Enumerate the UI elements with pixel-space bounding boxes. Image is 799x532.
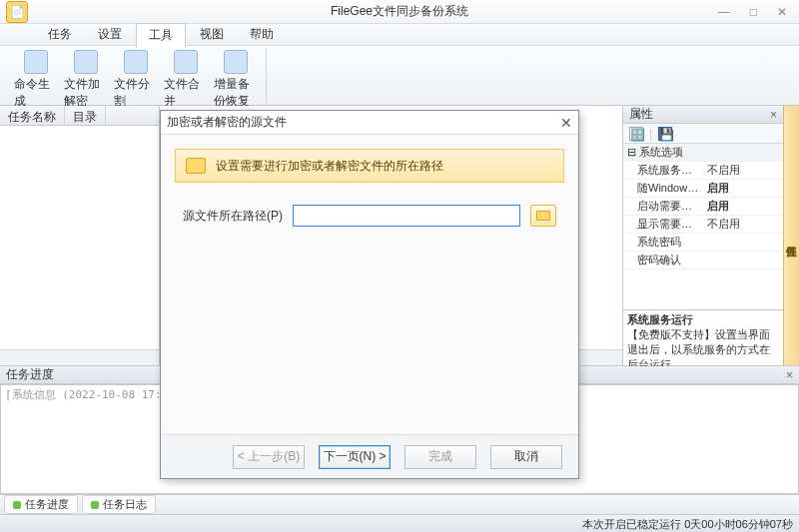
encrypt-icon — [74, 50, 98, 74]
merge-icon — [174, 50, 198, 74]
tab-task-log[interactable]: 任务日志 — [82, 495, 156, 514]
dot-icon — [13, 501, 21, 509]
task-list-body[interactable] — [0, 126, 159, 349]
app-icon: 📄 — [6, 1, 28, 23]
menu-bar: 任务 设置 工具 视图 帮助 — [0, 24, 799, 46]
ribbon: 命令生成 文件加解密 文件分割 文件合并 增量备份恢复 工具 — [0, 46, 799, 106]
menu-tools[interactable]: 工具 — [136, 23, 186, 48]
cmd-generate-button[interactable]: 命令生成 — [12, 48, 60, 112]
split-icon — [124, 50, 148, 74]
dot-icon — [91, 501, 99, 509]
finish-button[interactable]: 完成 — [404, 445, 476, 469]
property-grid[interactable]: ⊟ 系统选项 系统服务运行不启用 随Windows...启用 启动需要密码启用 … — [623, 144, 783, 309]
tab-task-progress[interactable]: 任务进度 — [4, 495, 78, 514]
app-title: FileGee文件同步备份系统 — [331, 3, 468, 20]
dialog-body: 源文件所在路径(P) — [161, 193, 578, 434]
uptime-text: 本次开启已稳定运行 0天00小时06分钟07秒 — [582, 517, 793, 532]
file-split-button[interactable]: 文件分割 — [112, 48, 160, 112]
title-bar: 📄 FileGee文件同步备份系统 — □ ✕ — [0, 0, 799, 24]
ribbon-group-tools: 命令生成 文件加解密 文件分割 文件合并 增量备份恢复 工具 — [6, 48, 267, 105]
browse-button[interactable] — [530, 205, 556, 227]
dialog-titlebar: 加密或者解密的源文件 ✕ — [161, 111, 578, 135]
properties-toolbar: 🔠 | 💾 — [623, 124, 783, 144]
properties-header: 属性 × — [623, 106, 783, 124]
banner-text: 设置需要进行加密或者解密文件的所在路径 — [216, 158, 443, 175]
folder-open-icon — [536, 211, 550, 221]
back-button[interactable]: < 上一步(B) — [233, 445, 305, 469]
col-source-dir[interactable]: 目录 — [65, 106, 106, 125]
status-tabs: 任务进度 任务日志 — [0, 494, 799, 514]
menu-help[interactable]: 帮助 — [238, 23, 286, 46]
folder-icon — [186, 158, 206, 174]
source-path-input[interactable] — [293, 205, 520, 227]
col-task-name[interactable]: 任务名称 — [0, 106, 65, 125]
cancel-button[interactable]: 取消 — [490, 445, 562, 469]
properties-close-icon[interactable]: × — [770, 108, 777, 122]
status-bar: 本次开启已稳定运行 0天00小时06分钟07秒 — [0, 514, 799, 532]
dialog-banner: 设置需要进行加密或者解密文件的所在路径 — [175, 149, 564, 183]
dialog-title: 加密或者解密的源文件 — [167, 114, 287, 131]
property-description: 系统服务运行 【免费版不支持】设置当界面退出后，以系统服务的方式在后台运行 — [623, 309, 783, 365]
incr-restore-button[interactable]: 增量备份恢复 — [212, 48, 260, 112]
hscrollbar[interactable] — [0, 349, 159, 365]
task-list-pane: 任务名称 目录 — [0, 106, 160, 365]
save-icon[interactable]: 💾 — [658, 127, 672, 141]
side-tab-task-props[interactable]: 任务属性 — [783, 106, 799, 365]
task-progress-close-icon[interactable]: × — [786, 368, 793, 382]
cmd-icon — [24, 50, 48, 74]
menu-view[interactable]: 视图 — [188, 23, 236, 46]
encrypt-source-dialog: 加密或者解密的源文件 ✕ 设置需要进行加密或者解密文件的所在路径 源文件所在路径… — [160, 110, 579, 479]
source-path-label: 源文件所在路径(P) — [183, 208, 283, 225]
properties-panel: 属性 × 🔠 | 💾 ⊟ 系统选项 系统服务运行不启用 随Windows...启… — [623, 106, 783, 365]
menu-task[interactable]: 任务 — [36, 23, 84, 46]
sort-icon[interactable]: 🔠 — [629, 127, 643, 141]
dialog-buttons: < 上一步(B) 下一页(N) > 完成 取消 — [161, 434, 578, 478]
close-button[interactable]: ✕ — [777, 5, 787, 19]
dialog-close-button[interactable]: ✕ — [560, 115, 572, 131]
task-list-header: 任务名称 目录 — [0, 106, 159, 126]
next-button[interactable]: 下一页(N) > — [319, 445, 391, 469]
maximize-button[interactable]: □ — [750, 5, 757, 19]
menu-settings[interactable]: 设置 — [86, 23, 134, 46]
file-merge-button[interactable]: 文件合并 — [162, 48, 210, 112]
file-encrypt-button[interactable]: 文件加解密 — [62, 48, 110, 112]
restore-icon — [224, 50, 248, 74]
minimize-button[interactable]: — — [718, 5, 730, 19]
